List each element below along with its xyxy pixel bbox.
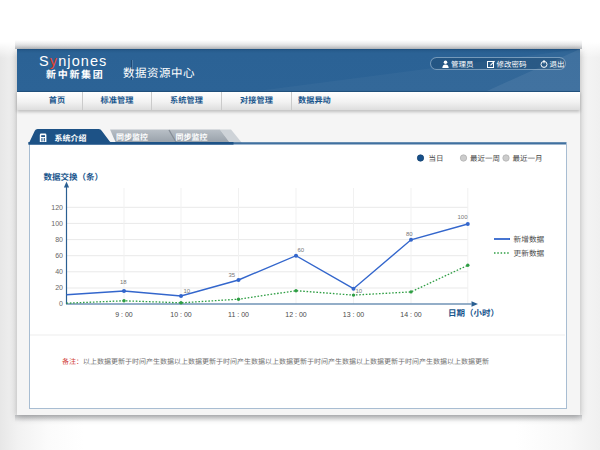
svg-text:120: 120	[51, 204, 63, 211]
svg-text:9 : 00: 9 : 00	[115, 311, 133, 318]
svg-text:10 : 00: 10 : 00	[170, 311, 192, 318]
svg-text:10: 10	[356, 288, 363, 294]
svg-text:40: 40	[55, 268, 63, 275]
svg-text:12 : 00: 12 : 00	[285, 311, 307, 318]
svg-text:数据交换（条）: 数据交换（条）	[44, 172, 104, 182]
svg-text:系统介绍: 系统介绍	[55, 134, 87, 143]
svg-text:60: 60	[298, 247, 305, 253]
svg-text:60: 60	[55, 252, 63, 259]
svg-text:新增数据: 新增数据	[514, 235, 545, 244]
svg-text:最近一周: 最近一周	[470, 154, 500, 163]
svg-text:35: 35	[229, 272, 236, 278]
svg-text:20: 20	[55, 284, 63, 291]
svg-text:18: 18	[120, 279, 127, 285]
svg-text:0: 0	[59, 300, 63, 307]
svg-text:更新数据: 更新数据	[514, 249, 545, 258]
svg-text:日期（小时）: 日期（小时）	[448, 308, 499, 318]
svg-text:当日: 当日	[429, 154, 444, 163]
svg-text:同步监控: 同步监控	[176, 133, 208, 142]
svg-text:10: 10	[184, 288, 191, 294]
svg-text:同步监控: 同步监控	[116, 133, 148, 142]
svg-text:80: 80	[55, 236, 63, 243]
svg-text:100: 100	[458, 214, 469, 220]
svg-text:备注：以上数据更新于时间产生数据以上数据更新于时间产生数据以: 备注：以上数据更新于时间产生数据以上数据更新于时间产生数据以上数据更新于时间产生…	[62, 358, 489, 365]
svg-text:100: 100	[51, 220, 63, 227]
svg-text:11 : 00: 11 : 00	[228, 311, 249, 318]
svg-text:最近一月: 最近一月	[513, 154, 543, 163]
svg-text:80: 80	[406, 231, 413, 237]
svg-text:14 : 00: 14 : 00	[400, 311, 422, 318]
svg-text:13 : 00: 13 : 00	[343, 311, 365, 318]
